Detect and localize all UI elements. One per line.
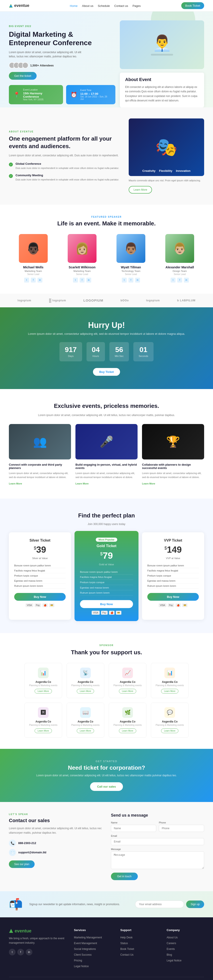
vvp-pay-card: 💳 [182,603,187,607]
footer-link-5: Pricing [74,958,111,962]
vvp-f2: Facilisis magna fetus feugiat [147,568,199,573]
sponsor-2-button[interactable]: Learn More [77,689,94,694]
services-link-5[interactable]: Pricing [74,959,82,962]
memories-desc: Lorem ipsum dolor sit amet, consectetur … [9,413,204,417]
nav-pages[interactable]: Pages [133,4,141,8]
hero-cta-button[interactable]: Get the ticket [9,72,37,80]
speaker-3-linkedin[interactable]: in [135,278,140,283]
nav-home[interactable]: Home [70,4,78,8]
form-group-name: Name [111,821,156,832]
nav-cta-button[interactable]: Book Ticket [181,2,204,9]
sponsor-8-button[interactable]: Learn More [161,729,178,733]
silver-buy-button[interactable]: Buy Now [14,593,66,601]
nav-about[interactable]: About us [82,4,93,8]
contact-email: ✉️ support@domain.tld [9,849,102,856]
speaker-4-company: Senior Lead [157,273,202,275]
sponsor-4-button[interactable]: Learn More [161,689,178,694]
engagement-learn-more-button[interactable]: Learn More [129,186,152,194]
services-link-3[interactable]: Social Integrations [74,947,96,951]
sponsor-8: 💬 Asgerdla Co Planning & Marketing event… [151,703,189,738]
company-link-5[interactable]: Legal Notice [167,959,181,962]
speaker-1-linkedin[interactable]: in [37,278,42,283]
name-input[interactable] [111,825,156,832]
footer-logo: eventue [9,928,65,934]
sponsor-3-button[interactable]: Learn More [119,689,136,694]
speaker-card-3: 👨🏽 Wyatt Tillman Technology Team Senior … [109,234,153,283]
cta-button[interactable]: Call our sales [90,782,123,791]
hero-badge: BIG EVENT 2022 [9,25,115,27]
footer-top: eventue We bring a fresh, unique approac… [9,928,204,968]
vvp-buy-button[interactable]: Buy Now [147,593,199,601]
company-link-4[interactable]: Blog [167,953,172,956]
gold-name: Gold Ticket [80,544,133,548]
memory-1-link[interactable]: Learn More [9,482,22,485]
sponsor-6: 📖 Asgerdla Co Planning & Marketing event… [67,703,104,738]
vvp-f1: Bonuse rorem ipsum palitur lorem [147,563,199,568]
speaker-card-4: 👨🏼 Alexander Marshall Design Team Senior… [157,234,202,283]
footer-twitter[interactable]: t [9,949,16,955]
countdown-cta-button[interactable]: Buy Ticket [93,368,120,376]
footer-facebook[interactable]: f [17,949,24,955]
sponsor-5-button[interactable]: Learn More [35,729,52,733]
avatar-4 [22,62,29,68]
memory-card-1: 👥 Connect with corporate and third party… [9,424,71,485]
gold-buy-button[interactable]: Buy Now [80,600,133,608]
speaker-1-company: Senior Lead [11,273,56,275]
speaker-4-facebook[interactable]: f [177,278,182,283]
form-submit-button[interactable]: Get in touch [111,873,138,880]
services-link-4[interactable]: Client Success [74,953,91,956]
speaker-2-twitter[interactable]: t [73,278,78,283]
newsletter-submit-button[interactable]: Sign up [186,900,204,908]
nav-contact[interactable]: Contact us [114,4,128,8]
sponsor-4: 📊 Asgerdla Co Planning & Marketing event… [151,663,189,698]
gold-payment: VISA Pay 🍎 💳 [80,611,133,615]
speaker-2-facebook[interactable]: f [80,278,85,283]
speaker-3-twitter[interactable]: t [122,278,127,283]
gold-badge: Most Popular [96,538,117,542]
vvp-pay-google: 🍎 [176,603,181,607]
silver-name: Silver Ticket [14,538,66,542]
form-row-1: Name Phone [111,821,204,835]
sponsor-2-name: Asgerdla Co [70,681,101,684]
vvp-f3: Pretium turpis conque [147,573,199,578]
pay-google-1: 🍎 [42,603,48,607]
support-link-1[interactable]: Help Desk [120,936,133,939]
memory-3-link[interactable]: Learn More [142,482,155,485]
message-textarea[interactable] [111,851,204,869]
nav-schedule[interactable]: Schedule [98,4,110,8]
speaker-4-linkedin[interactable]: in [184,278,189,283]
services-link-6[interactable]: Legal Notice [74,965,89,968]
contact-plan-button[interactable]: See our plan [9,861,35,868]
services-link-1[interactable]: Marketing Management [74,936,102,939]
company-link-1[interactable]: About Us [167,936,178,939]
company-link-3[interactable]: Events [167,947,175,951]
company-link-2[interactable]: Careers [167,942,176,945]
phone-input[interactable] [159,825,204,832]
speaker-2-linkedin[interactable]: in [86,278,91,283]
speaker-4-twitter[interactable]: t [171,278,176,283]
speaker-1-twitter[interactable]: t [24,278,29,283]
email-input[interactable] [111,838,204,845]
check-item-1-desc: Duis aute irure dolor in reprehenderit i… [16,166,119,170]
newsletter-icon: 📬 [9,898,22,911]
vvp-f5: Rutrum ipsum lorem lorem [147,584,199,589]
support-link-3[interactable]: Book Ticket [120,947,134,951]
vvp-features: Bonuse rorem ipsum palitur lorem Facilis… [147,563,199,589]
services-link-2[interactable]: Event Management [74,942,97,945]
support-link-4[interactable]: Contact Us [120,953,133,956]
sponsor-7-button[interactable]: Learn More [119,729,136,733]
memory-2-title: Build engaging in-person, virtual, and h… [75,463,138,469]
sponsor-1-logo: 📊 [38,668,49,678]
speakers-grid: 👨🏿 Michael Wells Marketing Team Senior L… [9,234,204,283]
gold-pay-visa: VISA [91,611,99,615]
newsletter-email-input[interactable] [135,900,184,908]
sponsor-1-button[interactable]: Learn More [35,689,52,694]
sponsor-6-button[interactable]: Learn More [77,729,94,733]
speaker-1-facebook[interactable]: f [31,278,36,283]
footer-instagram[interactable]: in [26,949,32,955]
support-link-2[interactable]: Status [120,942,128,945]
engagement-image: 🎭 Creativity Flexibility Innovation Maur… [129,118,204,194]
memory-2-link[interactable]: Learn More [75,482,88,485]
speaker-3-facebook[interactable]: f [128,278,133,283]
check-item-1: ✓ Global Conference Duis aute irure dolo… [9,162,120,170]
